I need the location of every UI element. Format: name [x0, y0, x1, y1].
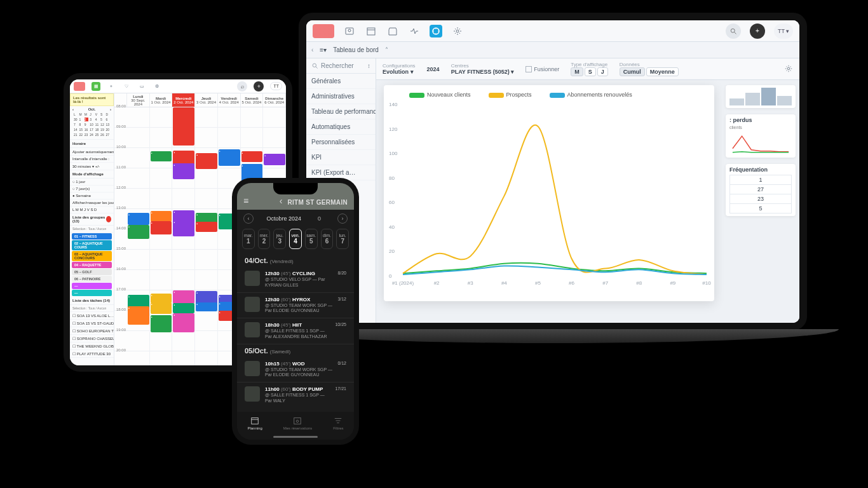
day-pill[interactable]: ven.4 [289, 229, 302, 249]
store-icon[interactable] [386, 25, 399, 37]
day-header[interactable]: Mardi1 Oct. 2024 [150, 93, 173, 107]
schedule-event[interactable]: • [173, 313, 194, 332]
day-strip[interactable]: mar.1mer.2jeu.3ven.4sam.5dim.6lun.7 [237, 227, 354, 254]
schedule-event[interactable]: • [196, 222, 217, 232]
year-select[interactable]: 2024 [427, 66, 440, 72]
dashboard-icon[interactable] [430, 25, 442, 37]
schedule-event[interactable]: • [151, 302, 172, 314]
tasks-header[interactable]: Liste des tâches (14) [70, 297, 114, 305]
class-item[interactable]: 18h30 (45') HIIT @ SALLE FITNESS 1 SGP —… [237, 318, 354, 344]
day-header[interactable]: Mercredi2 Oct. 2024 [172, 93, 195, 107]
schedule-event[interactable]: • [128, 306, 149, 325]
search-button[interactable]: ⌕ [237, 81, 247, 92]
schedule-event[interactable]: • [173, 290, 194, 303]
ticket-icon[interactable]: ▭ [137, 82, 146, 91]
calendar-icon[interactable]: ▦ [92, 82, 100, 91]
sidebar-search[interactable]: Rechercher ↕ [306, 58, 376, 74]
pin-icon[interactable]: ⌖ [107, 82, 116, 91]
class-item[interactable]: 10h15 (45') WOD @ STUDIO TEAM WORK SGP —… [237, 357, 354, 383]
gear-icon[interactable]: ⚙ [153, 82, 161, 91]
task-item[interactable]: ☐ SOA 13 VS ALOE L… [70, 312, 114, 320]
chevron-up-icon[interactable]: ˄ [385, 46, 388, 53]
schedule-event[interactable]: • [151, 151, 172, 161]
day-header[interactable]: Vendredi4 Oct. 2024 [218, 93, 241, 107]
schedule-event[interactable]: • [173, 220, 194, 236]
schedule-event[interactable]: • [151, 294, 172, 302]
group-chip[interactable]: 06 – PATINOIRE [72, 276, 112, 282]
account-menu[interactable]: TT▾ [774, 24, 793, 39]
task-item[interactable]: ☐ SOPRANO CHASSEUR OCTO… [70, 335, 114, 342]
task-item[interactable]: ☐ SOHO EUROPEAN TOUR [70, 327, 114, 335]
day-pill[interactable]: mer.2 [258, 229, 271, 249]
group-chip[interactable]: 05 – GOLF [72, 269, 112, 275]
day-pill[interactable]: mar.1 [242, 229, 255, 249]
tasks-filter[interactable]: Sélection : Tous / Aucun [70, 305, 114, 312]
mode-radio[interactable]: ○ 7 jour(s) [70, 186, 114, 193]
day-header[interactable]: Dimanche6 Oct. 2024 [263, 93, 286, 107]
merge-checkbox[interactable]: Fusionner [526, 66, 559, 72]
day-pill[interactable]: dim.6 [321, 229, 334, 249]
group-chip[interactable]: 01 – FITNESS [72, 233, 112, 240]
task-item[interactable]: ☐ PLAY ATTITUDE 30 [70, 350, 114, 358]
sidebar-item[interactable]: Générales [306, 74, 376, 89]
gear-icon[interactable] [784, 64, 793, 74]
settings-icon[interactable] [451, 25, 464, 37]
schedule-event[interactable]: • [241, 151, 263, 162]
display-type-toggle[interactable]: Type d'affichage M S J [571, 62, 608, 76]
members-icon[interactable] [343, 25, 356, 37]
search-button[interactable] [726, 24, 741, 39]
calendar-icon[interactable] [365, 25, 377, 37]
sidebar-item[interactable]: Administratives [306, 89, 376, 104]
group-chip[interactable]: — [72, 283, 112, 289]
day-header[interactable]: Samedi5 Oct. 2024 [241, 93, 264, 107]
back-icon[interactable]: ‹ [311, 46, 313, 53]
tab-planning[interactable]: Planning [247, 416, 262, 430]
groups-filter[interactable]: Sélection : Tous / Aucun [70, 226, 114, 233]
group-chip[interactable]: 04 – RAQUETTE [72, 262, 112, 268]
task-item[interactable]: ☐ THE WEEKND GLOBAL STAD… [70, 342, 114, 350]
day-header[interactable]: Jeudi3 Oct. 2024 [195, 93, 218, 107]
tab-reservations[interactable]: Mes réservations [283, 416, 313, 430]
schedule-event[interactable]: • [151, 315, 172, 332]
task-item[interactable]: ☐ SOA 15 VS ST-GAUDENS… [70, 320, 114, 327]
sidebar-item[interactable]: Automatiques [306, 119, 376, 135]
class-item[interactable]: 12h30 (45') CYCLING @ STUDIO VELO SGP — … [237, 267, 354, 293]
interval-select[interactable]: 30 minutes ▾ +/- [70, 163, 114, 170]
sidebar-item[interactable]: Tableau de performance [306, 104, 376, 119]
back-icon[interactable]: ‹ [280, 196, 283, 206]
schedule-event[interactable]: • [196, 302, 217, 311]
sidebar-item[interactable]: KPI [306, 150, 376, 165]
schedule-event[interactable]: • [128, 213, 149, 225]
list-icon[interactable]: ≡▾ [320, 46, 327, 53]
month-prev[interactable]: ‹ [243, 214, 254, 224]
heart-icon[interactable]: ♡ [122, 82, 131, 91]
menu-icon[interactable]: ≡ [243, 196, 248, 206]
schedule-event[interactable]: • [173, 163, 194, 179]
account-menu[interactable]: TT [270, 82, 282, 90]
day-pill[interactable]: sam.5 [305, 229, 318, 249]
day-header[interactable]: Lundi30 Sept. 2024 [127, 93, 150, 107]
activity-icon[interactable] [408, 25, 421, 37]
mini-calendar[interactable]: ‹Oct.› LMMJVSD 30123456 78910111213 1415… [70, 106, 114, 140]
add-button[interactable]: + [750, 24, 765, 39]
group-chip[interactable]: 02 – AQUATIQUE COURS [72, 240, 112, 250]
day-pill[interactable]: lun.7 [336, 229, 349, 249]
add-button[interactable]: + [254, 81, 264, 92]
class-item[interactable]: 11h00 (60') BODY PUMP @ SALLE FITNESS 1 … [237, 383, 354, 407]
chart-area[interactable]: 020406080100120140#1 (2024)#2#3#4#5#6#7#… [403, 104, 707, 276]
schedule-event[interactable]: • [128, 225, 149, 239]
centre-select[interactable]: Centres PLAY FITNESS (5052) ▾ [451, 63, 515, 75]
mode-radio[interactable]: ○ 1 jour [70, 179, 114, 186]
month-next[interactable]: › [337, 214, 348, 224]
data-toggle[interactable]: Données Cumul Moyenne [620, 62, 679, 76]
schedule-event[interactable] [173, 107, 194, 146]
schedule-event[interactable]: • [219, 149, 240, 166]
schedule-event[interactable]: • [151, 221, 172, 234]
tab-filters[interactable]: Filtres [333, 416, 343, 430]
config-select[interactable]: Configurations Evolution ▾ [383, 63, 416, 75]
sidebar-item[interactable]: Personnalisées [306, 135, 376, 150]
schedule-event[interactable]: • [264, 154, 285, 165]
day-pill[interactable]: jeu.3 [273, 229, 286, 249]
group-chip[interactable]: — [72, 290, 112, 296]
auto-add[interactable]: Ajouter automatiquement ▾ [70, 148, 114, 156]
